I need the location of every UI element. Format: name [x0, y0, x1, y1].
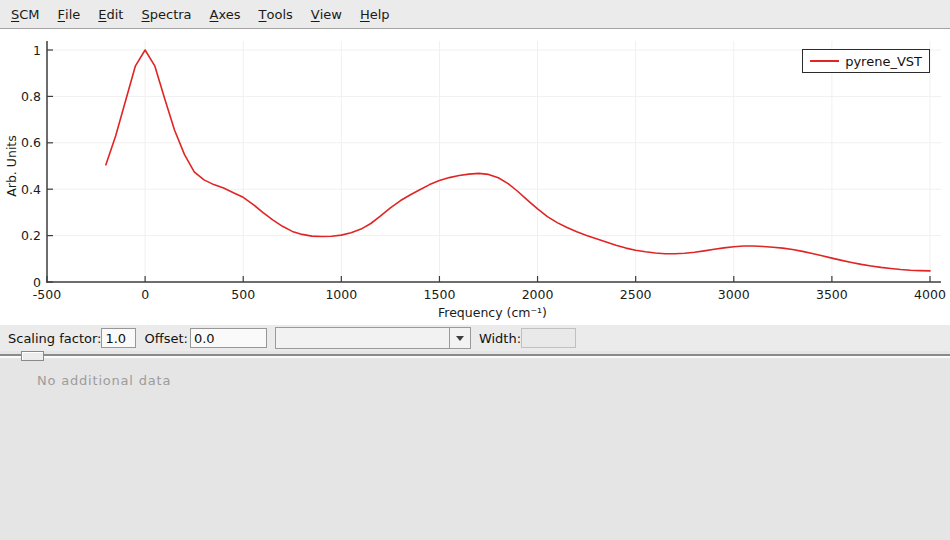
legend-line-sample: [810, 60, 839, 62]
additional-data-panel: No additional data: [0, 361, 950, 539]
menu-item-spectra[interactable]: Spectra: [132, 0, 200, 28]
splitter-groove: [0, 354, 950, 356]
menu-item-mnemonic: E: [98, 7, 106, 22]
x-tick-label: 2000: [522, 287, 554, 302]
menu-item-mnemonic: V: [311, 7, 320, 22]
x-axis-title: Frequency (cm⁻¹): [438, 305, 547, 320]
y-axis-title: Arb. Units: [4, 135, 19, 197]
spectrum-plot[interactable]: -5000500100015002000250030003500400000.2…: [0, 29, 950, 325]
spectrum-curve: [106, 50, 930, 271]
menu-item-scm[interactable]: SCM: [2, 0, 49, 28]
chart-area: -5000500100015002000250030003500400000.2…: [0, 29, 950, 325]
menu-item-mnemonic: T: [259, 7, 267, 22]
lineshape-dropdown[interactable]: [275, 327, 471, 349]
legend: pyrene_VST: [802, 49, 930, 73]
menu-item-mnemonic: F: [58, 7, 65, 22]
menu-item-mnemonic: S: [141, 7, 149, 22]
menu-item-tools[interactable]: Tools: [250, 0, 302, 28]
dropdown-button[interactable]: [449, 328, 470, 348]
empty-message: No additional data: [0, 361, 950, 388]
menu-item-mnemonic: A: [210, 7, 219, 22]
scaling-factor-input[interactable]: [101, 328, 136, 348]
menu-item-help[interactable]: Help: [351, 0, 399, 28]
menu-item-mnemonic: S: [11, 7, 19, 22]
menu-item-axes[interactable]: Axes: [201, 0, 250, 28]
chevron-down-icon: [456, 336, 464, 341]
scaling-factor-label: Scaling factor:: [8, 331, 101, 346]
y-tick-label: 0.2: [21, 228, 41, 243]
x-tick-label: 1500: [424, 287, 456, 302]
offset-label: Offset:: [144, 331, 187, 346]
x-tick-label: 0: [141, 287, 149, 302]
menu-item-view[interactable]: View: [302, 0, 351, 28]
x-tick-label: 1000: [325, 287, 357, 302]
x-tick-label: 3000: [718, 287, 750, 302]
menu-bar: SCMFileEditSpectraAxesToolsViewHelp: [0, 0, 950, 29]
width-label: Width:: [479, 331, 521, 346]
x-tick-label: 2500: [620, 287, 652, 302]
pane-splitter: [0, 351, 950, 361]
legend-series-label: pyrene_VST: [845, 54, 922, 69]
y-tick-label: 0.6: [21, 135, 41, 150]
offset-input[interactable]: [190, 328, 267, 348]
x-tick-label: 500: [231, 287, 255, 302]
x-tick-label: 4000: [914, 287, 946, 302]
y-tick-label: 1: [33, 43, 41, 58]
splitter-handle[interactable]: [21, 351, 44, 361]
width-input[interactable]: [521, 328, 576, 348]
y-tick-label: 0.4: [21, 182, 41, 197]
spectrum-toolbar: Scaling factor: Offset: Width:: [0, 325, 950, 351]
menu-item-file[interactable]: File: [49, 0, 90, 28]
y-tick-label: 0: [33, 275, 41, 290]
menu-item-mnemonic: H: [360, 7, 370, 22]
x-tick-label: 3500: [816, 287, 848, 302]
y-tick-label: 0.8: [21, 89, 41, 104]
menu-item-edit[interactable]: Edit: [89, 0, 132, 28]
